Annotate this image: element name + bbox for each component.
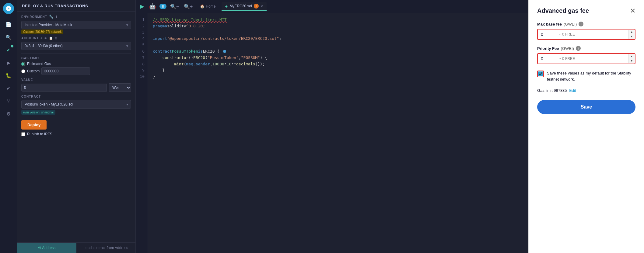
- custom-gas-radio[interactable]: Custom: [21, 69, 40, 73]
- run-icon[interactable]: ▶: [3, 57, 14, 68]
- save-default-text: Save these values as my default for the …: [547, 70, 635, 82]
- code-line-6: contract PossumToken is ERC20 {: [153, 48, 523, 55]
- run-btn[interactable]: ▶: [139, 2, 145, 10]
- file-tab-badge: 1: [254, 4, 259, 9]
- max-fee-decrement-btn[interactable]: ▼: [628, 34, 635, 39]
- files-icon[interactable]: 📄: [3, 19, 14, 30]
- file-tab[interactable]: ◆ MyERC20.sol 1 ✕: [222, 2, 266, 11]
- env-info-icon: 🔧: [49, 15, 54, 19]
- unit-select[interactable]: Wei Gwei Finney Ether: [109, 83, 131, 92]
- priority-fee-group: Priority Fee (GWEI) i ≈ 0 FREE ▲ ▼: [537, 46, 635, 64]
- copy-account-btn[interactable]: 📋: [49, 36, 53, 40]
- code-line-9: }: [153, 67, 523, 74]
- contract-select-wrap: PossumToken - MyERC20.sol ▼: [21, 100, 131, 109]
- max-base-fee-group: Max base fee (GWEI) i ≈ 0 FREE ▲ ▼: [537, 22, 635, 40]
- deploy-panel: DEPLOY & RUN TRANSACTIONS ENVIRONMENT 🔧 …: [17, 0, 136, 253]
- save-default-row: Save these values as my default for the …: [537, 70, 635, 82]
- gas-panel-title: Advanced gas fee: [537, 7, 589, 14]
- panel-header: DEPLOY & RUN TRANSACTIONS: [17, 0, 135, 12]
- save-default-checkbox[interactable]: [538, 71, 543, 76]
- code-content[interactable]: // SPDX-License-Identifier: MIT pragma s…: [148, 13, 528, 253]
- save-default-checkbox-wrap: [537, 71, 544, 77]
- line-numbers: 1 2 3 4 5 6 7 8 9 10: [136, 13, 148, 253]
- edit-account-btn[interactable]: ✏: [44, 36, 47, 40]
- deploy-button[interactable]: Deploy: [21, 120, 47, 130]
- search-icon[interactable]: 🔍: [3, 32, 14, 43]
- breakpoint-dot: [223, 50, 226, 53]
- max-base-fee-input-wrap: ≈ 0 FREE ▲ ▼: [537, 29, 635, 40]
- code-line-8: _mint(msg.sender, 10000 * 10 ** decimals…: [153, 61, 523, 68]
- home-tab[interactable]: 🏠 Home: [196, 2, 219, 10]
- estimated-gas-radio[interactable]: Estimated Gas: [21, 62, 131, 66]
- contract-select[interactable]: PossumToken - MyERC20.sol: [21, 100, 131, 109]
- verify-icon[interactable]: ✔: [3, 83, 14, 94]
- account-label: ACCOUNT + ✏ 📋 ⊞: [21, 36, 131, 40]
- code-line-4: import "@openzeppelin/contracts/token/ER…: [153, 36, 523, 42]
- publish-row[interactable]: Publish to IPFS: [21, 132, 131, 136]
- gas-panel-header: Advanced gas fee ✕: [537, 7, 635, 14]
- compile-icon[interactable]: ✔: [3, 44, 14, 55]
- bottom-tabs: At Address Load contract from Address: [17, 242, 135, 253]
- gas-fee-panel: Advanced gas fee ✕ Max base fee (GWEI) i…: [528, 0, 644, 253]
- value-input[interactable]: [21, 84, 107, 92]
- debug-icon[interactable]: 🐛: [3, 70, 14, 81]
- environment-select[interactable]: Injected Provider - MetaMask: [21, 21, 131, 29]
- priority-fee-decrement-btn[interactable]: ▼: [628, 59, 635, 63]
- toggle-btn[interactable]: II: [159, 4, 166, 9]
- contract-label: CONTRACT: [21, 95, 131, 98]
- value-label: VALUE: [21, 78, 131, 81]
- account-select[interactable]: 0x3b1...89d3b (0 ether): [21, 42, 131, 50]
- code-line-7: constructor() ERC20("PossumToken", "POSS…: [153, 55, 523, 61]
- environment-select-wrap: Injected Provider - MetaMask ▼: [21, 21, 131, 29]
- environment-label: ENVIRONMENT 🔧 ℹ: [21, 15, 131, 19]
- value-row: Wei Gwei Finney Ether: [21, 83, 131, 92]
- robot-btn[interactable]: 🤖: [148, 2, 157, 10]
- load-contract-tab[interactable]: Load contract from Address: [76, 243, 136, 253]
- priority-fee-input-wrap: ≈ 0 FREE ▲ ▼: [537, 53, 635, 64]
- zoom-in-btn[interactable]: 🔍+: [183, 3, 194, 10]
- code-line-2: pragma solidity ^0.8.20;: [153, 23, 523, 29]
- panel-body: ENVIRONMENT 🔧 ℹ Injected Provider - Meta…: [17, 12, 135, 242]
- max-base-fee-suffix: ≈ 0 FREE: [556, 30, 628, 39]
- max-base-fee-stepper: ▲ ▼: [628, 30, 635, 39]
- publish-label: Publish to IPFS: [27, 132, 52, 136]
- gas-limit-radios: Estimated Gas Custom: [21, 62, 131, 75]
- home-icon: 🏠: [200, 4, 205, 9]
- max-base-fee-input[interactable]: [538, 29, 556, 39]
- code-view: 1 2 3 4 5 6 7 8 9 10 // SPDX-License-Ide…: [136, 13, 528, 253]
- qr-account-btn[interactable]: ⊞: [55, 36, 58, 40]
- editor-area: ▶ 🤖 II 🔍− 🔍+ 🏠 Home ◆ MyERC20.sol 1 ✕ 1 …: [136, 0, 528, 253]
- gas-limit-label: GAS LIMIT: [21, 57, 131, 60]
- account-select-wrap: 0x3b1...89d3b (0 ether) ▼: [21, 42, 131, 50]
- gas-limit-label: Gas limit: [537, 88, 553, 93]
- gas-limit-value: 997835: [554, 88, 567, 93]
- custom-gas-input[interactable]: [41, 67, 90, 75]
- priority-fee-stepper: ▲ ▼: [628, 54, 635, 63]
- code-line-10: }: [153, 74, 523, 80]
- max-fee-info-icon[interactable]: i: [579, 22, 583, 26]
- priority-fee-input[interactable]: [538, 54, 556, 64]
- priority-fee-info-icon[interactable]: i: [576, 46, 581, 51]
- at-address-tab[interactable]: At Address: [17, 243, 76, 253]
- custom-gas-row: Custom: [21, 67, 131, 75]
- priority-fee-increment-btn[interactable]: ▲: [628, 54, 635, 59]
- publish-checkbox[interactable]: [21, 132, 25, 136]
- network-badge: Custom (20180427) network: [21, 29, 63, 34]
- env-info-btn[interactable]: ℹ: [56, 15, 57, 19]
- gas-limit-section: GAS LIMIT Estimated Gas Custom: [21, 57, 131, 75]
- settings-icon[interactable]: ⚙: [3, 108, 14, 119]
- gas-close-button[interactable]: ✕: [630, 8, 635, 14]
- panel-title: DEPLOY & RUN TRANSACTIONS: [22, 4, 131, 8]
- git-icon[interactable]: ⑂: [3, 95, 14, 106]
- zoom-out-btn[interactable]: 🔍−: [169, 3, 180, 10]
- gas-save-button[interactable]: Save: [537, 100, 635, 114]
- file-tab-label: MyERC20.sol: [229, 4, 252, 8]
- gas-limit-display: Gas limit 997835 Edit: [537, 88, 635, 93]
- code-line-5: [153, 42, 523, 48]
- max-fee-increment-btn[interactable]: ▲: [628, 30, 635, 34]
- code-line-3: [153, 29, 523, 36]
- add-account-btn[interactable]: +: [40, 36, 43, 40]
- file-tab-close[interactable]: ✕: [261, 5, 263, 8]
- gas-limit-edit-link[interactable]: Edit: [569, 88, 576, 93]
- evm-badge: evm version: shanghai: [21, 110, 55, 115]
